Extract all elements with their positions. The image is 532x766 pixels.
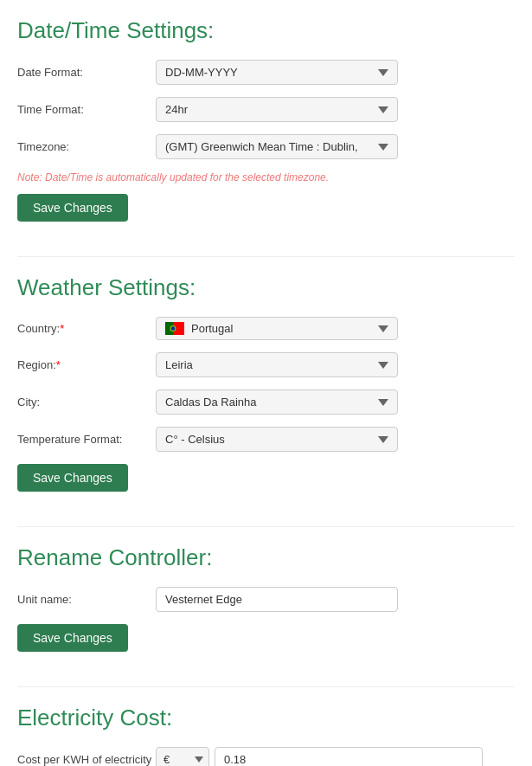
- rename-save-button[interactable]: Save Changes: [17, 624, 128, 652]
- weather-section-title: Weather Settings:: [17, 274, 515, 301]
- date-format-select[interactable]: DD-MM-YYYY: [156, 60, 398, 85]
- time-format-select[interactable]: 24hr: [156, 97, 398, 122]
- rename-section-title: Rename Controller:: [17, 544, 515, 571]
- country-required-asterisk: *: [60, 322, 64, 335]
- timezone-select[interactable]: (GMT) Greenwich Mean Time : Dublin,: [156, 134, 398, 159]
- svg-point-3: [171, 326, 176, 331]
- date-format-row: Date Format: DD-MM-YYYY: [17, 60, 515, 85]
- region-select[interactable]: Leiria: [156, 352, 398, 377]
- divider-1: [17, 256, 515, 257]
- timezone-row: Timezone: (GMT) Greenwich Mean Time : Du…: [17, 134, 515, 159]
- temp-format-row: Temperature Format: C° - Celsius: [17, 427, 515, 452]
- country-row: Country:* Portugal: [17, 317, 515, 340]
- country-select[interactable]: Portugal: [156, 317, 398, 340]
- unit-name-input[interactable]: [156, 587, 398, 612]
- divider-2: [17, 526, 515, 527]
- temp-format-select[interactable]: C° - Celsius: [156, 427, 398, 452]
- time-format-label: Time Format:: [17, 103, 156, 116]
- currency-select[interactable]: € $ £: [156, 747, 209, 766]
- electricity-section-title: Electricity Cost:: [17, 705, 515, 731]
- country-name-text: Portugal: [191, 322, 378, 335]
- time-format-row: Time Format: 24hr: [17, 97, 515, 122]
- datetime-section: Date/Time Settings: Date Format: DD-MM-Y…: [17, 17, 515, 230]
- datetime-note: Note: Date/Time is automatically updated…: [17, 171, 515, 183]
- portugal-flag-icon: [165, 322, 184, 335]
- weather-save-button[interactable]: Save Changes: [17, 464, 128, 492]
- date-format-label: Date Format:: [17, 66, 156, 79]
- city-row: City: Caldas Da Rainha: [17, 389, 515, 415]
- datetime-section-title: Date/Time Settings:: [17, 17, 515, 44]
- divider-3: [17, 686, 515, 687]
- country-dropdown-arrow-icon: [378, 325, 388, 332]
- region-label: Region:*: [17, 358, 156, 371]
- electricity-cost-row: Cost per KWH of electricity € $ £: [17, 747, 515, 766]
- city-select[interactable]: Caldas Da Rainha: [156, 389, 398, 415]
- timezone-label: Timezone:: [17, 140, 156, 153]
- unit-name-label: Unit name:: [17, 593, 156, 606]
- weather-section: Weather Settings: Country:* Portugal Reg…: [17, 274, 515, 500]
- country-label: Country:*: [17, 322, 156, 335]
- cost-input[interactable]: [215, 747, 483, 766]
- temp-format-label: Temperature Format:: [17, 433, 156, 446]
- electricity-section: Electricity Cost: Cost per KWH of electr…: [17, 705, 515, 766]
- region-required-asterisk: *: [56, 358, 61, 371]
- unit-name-row: Unit name:: [17, 587, 515, 612]
- datetime-save-button[interactable]: Save Changes: [17, 194, 128, 222]
- rename-section: Rename Controller: Unit name: Save Chang…: [17, 544, 515, 660]
- region-row: Region:* Leiria: [17, 352, 515, 377]
- city-label: City:: [17, 396, 156, 409]
- electricity-cost-label: Cost per KWH of electricity: [17, 753, 156, 766]
